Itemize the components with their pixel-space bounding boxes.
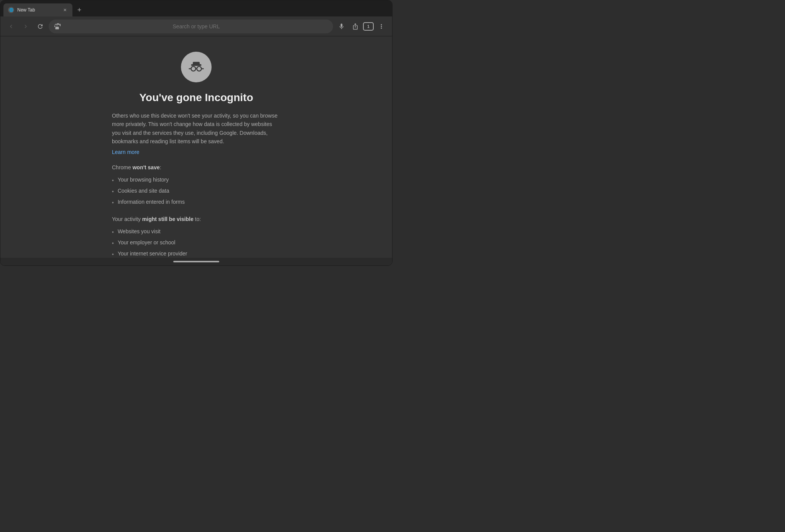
menu-button[interactable] — [375, 20, 388, 33]
back-icon — [8, 23, 15, 30]
svg-rect-1 — [193, 62, 200, 65]
incognito-icon-circle — [181, 52, 212, 82]
tab-bar: 🌐 New Tab ✕ + — [0, 0, 392, 16]
toolbar-right-actions: 1 — [335, 20, 388, 33]
new-tab-button[interactable]: + — [74, 5, 85, 15]
tab-close-button[interactable]: ✕ — [62, 7, 68, 13]
visible-to-intro: Your activity might still be visible to: — [112, 216, 281, 222]
wont-save-section: Chrome won't save: Your browsing history… — [112, 164, 281, 208]
active-tab[interactable]: 🌐 New Tab ✕ — [3, 3, 72, 16]
page-content: You've gone Incognito Others who use thi… — [0, 36, 392, 258]
list-item: Information entered in forms — [112, 197, 281, 208]
home-indicator — [173, 261, 219, 262]
share-button[interactable] — [349, 20, 361, 33]
url-input[interactable] — [64, 23, 328, 29]
svg-point-2 — [191, 67, 196, 71]
list-item: Your internet service provider — [112, 249, 281, 258]
list-item: Your browsing history — [112, 175, 281, 186]
page-title: You've gone Incognito — [139, 92, 253, 104]
incognito-description: Others who use this device won't see you… — [112, 111, 281, 146]
share-icon — [352, 23, 359, 30]
forward-button[interactable] — [20, 20, 32, 33]
list-item: Websites you visit — [112, 227, 281, 238]
tab-favicon: 🌐 — [8, 7, 14, 13]
learn-more-link[interactable]: Learn more — [112, 149, 281, 155]
microphone-button[interactable] — [335, 20, 348, 33]
wont-save-list: Your browsing history Cookies and site d… — [112, 175, 281, 208]
address-bar[interactable] — [49, 20, 333, 33]
menu-icon — [378, 23, 385, 30]
bottom-bar — [0, 258, 392, 265]
microphone-icon — [338, 23, 345, 30]
tab-title: New Tab — [17, 7, 59, 13]
visible-to-list: Websites you visit Your employer or scho… — [112, 227, 281, 258]
toolbar: 1 — [0, 16, 392, 36]
reload-button[interactable] — [34, 20, 46, 33]
forward-icon — [22, 23, 29, 30]
wont-save-intro: Chrome won't save: — [112, 164, 281, 170]
address-bar-incognito-icon — [53, 23, 61, 30]
svg-point-3 — [197, 67, 202, 71]
visible-to-section: Your activity might still be visible to:… — [112, 216, 281, 258]
tab-count-button[interactable]: 1 — [363, 22, 374, 31]
browser-frame: 🌐 New Tab ✕ + — [0, 0, 392, 266]
list-item: Cookies and site data — [112, 186, 281, 197]
list-item: Your employer or school — [112, 238, 281, 249]
incognito-spy-icon — [187, 58, 205, 76]
reload-icon — [37, 23, 44, 30]
back-button[interactable] — [5, 20, 17, 33]
